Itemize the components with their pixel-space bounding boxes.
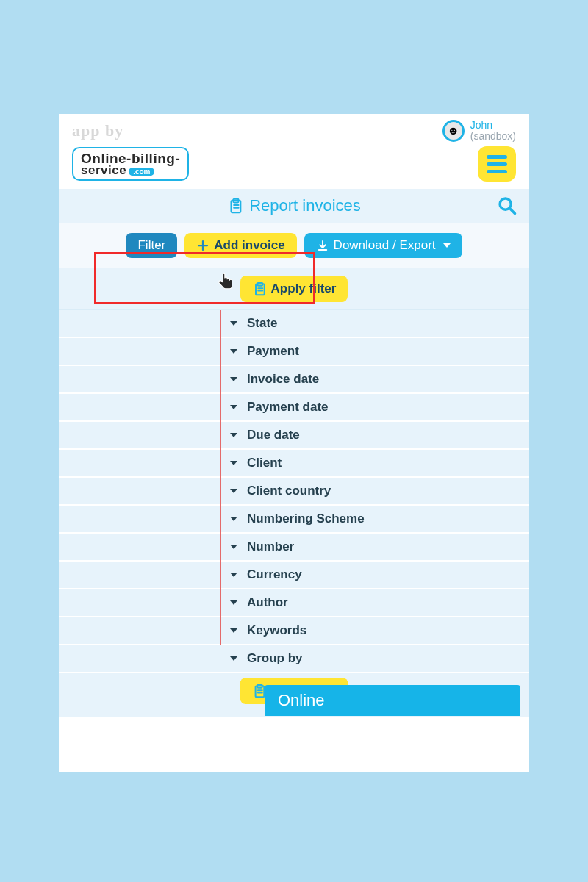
filter-row[interactable]: Due date (59, 422, 529, 450)
filter-row[interactable]: Invoice date (59, 366, 529, 394)
filter-row[interactable]: Payment (59, 338, 529, 366)
chevron-down-icon (229, 461, 238, 465)
filter-label: Client country (247, 484, 331, 498)
filter-row[interactable]: Keywords (59, 617, 529, 645)
online-label: Online (278, 691, 325, 710)
filter-row[interactable]: Number (59, 534, 529, 562)
menu-hamburger-button[interactable] (478, 146, 516, 182)
chevron-down-icon (229, 377, 238, 381)
search-icon[interactable] (497, 196, 517, 216)
chevron-down-icon (229, 545, 238, 549)
brand-row: Online-billing- service.com (59, 142, 529, 189)
svg-line-5 (510, 209, 515, 214)
toolbar: Filter Add invoice Download / Export (59, 223, 529, 268)
user-sandbox: (sandbox) (470, 131, 516, 142)
download-icon (316, 239, 329, 252)
user-block[interactable]: ☻ John (sandbox) (442, 120, 516, 142)
online-strip[interactable]: Online (265, 685, 520, 716)
chevron-down-icon (229, 349, 238, 354)
filter-label: Group by (247, 651, 303, 666)
chevron-down-icon (229, 628, 238, 633)
filter-label: Currency (247, 567, 302, 582)
cursor-hand-icon (217, 272, 236, 297)
user-name: John (470, 120, 516, 131)
filters-list: StatePaymentInvoice datePayment dateDue … (59, 310, 529, 673)
filter-row[interactable]: Client country (59, 478, 529, 506)
page-title-text: Report invoices (249, 196, 361, 215)
filter-label: State (247, 316, 278, 331)
filter-label: Due date (247, 428, 300, 442)
chevron-down-icon (229, 321, 238, 326)
hamburger-bar-icon (487, 155, 507, 159)
download-export-button[interactable]: Download / Export (304, 233, 462, 258)
top-header: app by ☻ John (sandbox) (59, 114, 529, 142)
chevron-down-icon (229, 600, 238, 605)
app-by-label: app by (72, 121, 123, 140)
filter-button-label: Filter (137, 238, 165, 253)
plus-icon (196, 239, 209, 252)
hamburger-bar-icon (487, 162, 507, 166)
filter-label: Payment date (247, 400, 329, 415)
bottom-row: Apply filter Online (59, 673, 529, 717)
filter-label: Invoice date (247, 372, 319, 387)
hamburger-bar-icon (487, 170, 507, 173)
filter-row[interactable]: State (59, 310, 529, 338)
chevron-down-icon (229, 489, 238, 493)
user-text: John (sandbox) (470, 120, 516, 141)
avatar[interactable]: ☻ (442, 120, 465, 142)
clipboard-icon (227, 197, 243, 215)
page-title: Report invoices (227, 196, 361, 215)
app-frame: app by ☻ John (sandbox) Online-billing- … (59, 114, 529, 772)
logo-line-2: service (81, 163, 126, 177)
add-invoice-button[interactable]: Add invoice (184, 233, 296, 258)
logo[interactable]: Online-billing- service.com (72, 147, 189, 181)
download-export-label: Download / Export (334, 238, 436, 253)
apply-filter-button[interactable]: Apply filter (240, 276, 348, 302)
apply-filter-row-top: Apply filter (59, 268, 529, 310)
chevron-down-icon (229, 433, 238, 437)
filter-row[interactable]: Currency (59, 562, 529, 589)
filter-row[interactable]: Client (59, 450, 529, 478)
clipboard-icon (252, 281, 267, 297)
filter-label: Keywords (247, 623, 306, 638)
page-title-bar: Report invoices (59, 189, 529, 223)
filter-label: Payment (247, 344, 299, 359)
filter-button[interactable]: Filter (126, 233, 177, 258)
filter-label: Client (247, 456, 282, 470)
add-invoice-label: Add invoice (214, 238, 284, 253)
filter-row[interactable]: Payment date (59, 394, 529, 422)
filter-row[interactable]: Numbering Scheme (59, 506, 529, 534)
chevron-down-icon (229, 517, 238, 521)
filter-label: Author (247, 595, 288, 610)
chevron-down-icon (229, 405, 238, 409)
logo-pill: .com (129, 168, 154, 176)
filter-row[interactable]: Group by (59, 645, 529, 673)
apply-filter-label: Apply filter (271, 282, 337, 296)
filter-label: Number (247, 539, 294, 554)
avatar-face-icon: ☻ (447, 124, 459, 137)
chevron-down-icon (229, 656, 238, 661)
chevron-down-icon (229, 573, 238, 577)
filter-label: Numbering Scheme (247, 512, 365, 526)
filter-row[interactable]: Author (59, 589, 529, 617)
